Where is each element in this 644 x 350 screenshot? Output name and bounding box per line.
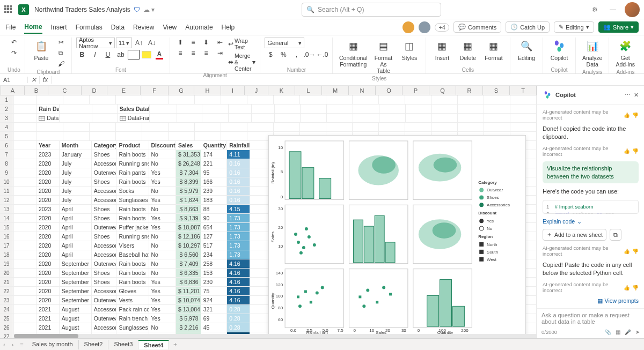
cell[interactable]: [510, 114, 537, 122]
cell[interactable]: [202, 114, 229, 122]
app-launcher-icon[interactable]: [4, 5, 13, 14]
cell[interactable]: [484, 114, 510, 122]
thumbs-up-icon[interactable]: 👍: [624, 285, 630, 291]
cell[interactable]: Socks: [116, 187, 149, 195]
font-size-select[interactable]: 11▾: [116, 38, 132, 48]
cell[interactable]: April: [60, 214, 92, 222]
close-icon[interactable]: ✕: [634, 92, 639, 99]
cell[interactable]: Accessories: [92, 287, 117, 295]
cell[interactable]: [379, 95, 405, 104]
cell[interactable]: Gloves: [116, 287, 149, 295]
cell[interactable]: September: [60, 259, 92, 268]
row-header[interactable]: 27: [0, 332, 13, 338]
minimize-icon[interactable]: —: [606, 3, 619, 16]
cell[interactable]: 127: [201, 232, 228, 241]
cell[interactable]: [300, 95, 326, 104]
cell[interactable]: No: [149, 323, 176, 332]
cell[interactable]: [458, 114, 484, 122]
tab-view[interactable]: View: [163, 21, 177, 33]
cell[interactable]: 230: [201, 278, 228, 286]
presence-avatar[interactable]: [419, 21, 430, 33]
cell[interactable]: [379, 114, 406, 122]
cell[interactable]: 4.16: [227, 296, 250, 304]
row-header[interactable]: 15: [0, 223, 13, 232]
cell[interactable]: [13, 296, 36, 304]
row-header[interactable]: 1: [0, 95, 13, 104]
cell[interactable]: $ 1,624: [176, 196, 201, 204]
sheet-tab[interactable]: Sheet3: [108, 340, 138, 349]
row-header[interactable]: 10: [0, 177, 13, 186]
wrap-text-button[interactable]: ↩Wrap Text: [228, 38, 256, 50]
row-header[interactable]: 4: [0, 123, 13, 131]
cell[interactable]: April: [60, 205, 92, 213]
cell[interactable]: 4.15: [227, 205, 250, 213]
cell[interactable]: Running sneakers: [116, 159, 149, 168]
cell[interactable]: [484, 123, 510, 131]
cell[interactable]: $ 7,304: [176, 168, 201, 177]
cell[interactable]: January: [60, 150, 92, 159]
cell[interactable]: No: [149, 159, 176, 168]
cell[interactable]: [13, 259, 36, 268]
cell[interactable]: [300, 123, 326, 131]
align-top-button[interactable]: ⬆: [174, 38, 186, 47]
cell[interactable]: $ 31,353: [176, 150, 201, 159]
cell[interactable]: 2023: [36, 205, 60, 213]
cell[interactable]: [150, 114, 177, 122]
cut-button[interactable]: ✂: [55, 38, 67, 47]
cell[interactable]: Shoes: [92, 205, 117, 213]
strike-button[interactable]: ab: [115, 50, 127, 59]
cell[interactable]: 2020: [36, 296, 60, 304]
search-input[interactable]: 🔍 Search (Alt + Q): [302, 3, 441, 17]
cell[interactable]: [432, 114, 458, 122]
cell[interactable]: $ 6,836: [176, 278, 201, 286]
cell[interactable]: [327, 105, 353, 113]
cell[interactable]: [13, 95, 36, 104]
row-header[interactable]: 9: [0, 168, 13, 177]
tab-formulas[interactable]: Formulas: [76, 21, 103, 33]
cell[interactable]: [326, 123, 353, 131]
cell[interactable]: [169, 95, 195, 104]
cell[interactable]: 95: [201, 168, 228, 177]
cell[interactable]: [13, 305, 36, 314]
cell[interactable]: Quantity: [201, 141, 228, 150]
cell[interactable]: $ 18,087: [176, 223, 201, 232]
cell[interactable]: [202, 105, 229, 113]
cell[interactable]: September: [60, 269, 92, 277]
cell[interactable]: [169, 132, 195, 140]
cell[interactable]: August: [60, 305, 92, 314]
explain-code-link[interactable]: Explain code⌄: [543, 218, 639, 225]
cell[interactable]: [353, 123, 379, 131]
copy-code-button[interactable]: ⧉: [610, 229, 621, 241]
cell[interactable]: [379, 105, 406, 113]
row-header[interactable]: 14: [0, 214, 13, 222]
horizontal-scrollbar[interactable]: [14, 334, 537, 338]
column-header[interactable]: L: [295, 86, 322, 95]
column-header[interactable]: G: [169, 86, 194, 95]
cancel-formula-button[interactable]: ✕: [28, 76, 40, 84]
cell[interactable]: Outerwear: [92, 223, 117, 232]
cell[interactable]: Yes: [149, 278, 176, 286]
editing-button[interactable]: 🔍Editing: [515, 38, 538, 62]
cell[interactable]: July: [60, 159, 92, 168]
cell[interactable]: 1.73: [227, 214, 250, 222]
cell[interactable]: 183: [201, 196, 228, 204]
cell[interactable]: [275, 114, 301, 122]
sheet-list-icon[interactable]: ≡: [17, 341, 26, 348]
cell[interactable]: [116, 95, 142, 104]
cell[interactable]: July: [60, 168, 92, 177]
column-header[interactable]: Q: [429, 86, 456, 95]
sheet-tab[interactable]: Sheet4: [138, 340, 169, 349]
cell[interactable]: [63, 132, 90, 140]
row-header[interactable]: 17: [0, 241, 13, 250]
cell[interactable]: April: [60, 241, 92, 250]
thumbs-down-icon[interactable]: 👎: [632, 148, 639, 154]
share-button[interactable]: 👥Share ▾: [598, 21, 639, 33]
cell[interactable]: Rain DataFrame: [36, 105, 60, 113]
attach-icon[interactable]: 📎: [605, 329, 611, 335]
cell[interactable]: 2020: [36, 278, 60, 286]
row-header[interactable]: 20: [0, 269, 13, 277]
cell[interactable]: $ 10,074: [176, 296, 201, 304]
cell[interactable]: Sales DataFrame: [118, 105, 150, 113]
font-name-select[interactable]: Aptos Narrow▾: [76, 38, 115, 48]
column-header[interactable]: S: [483, 86, 510, 95]
